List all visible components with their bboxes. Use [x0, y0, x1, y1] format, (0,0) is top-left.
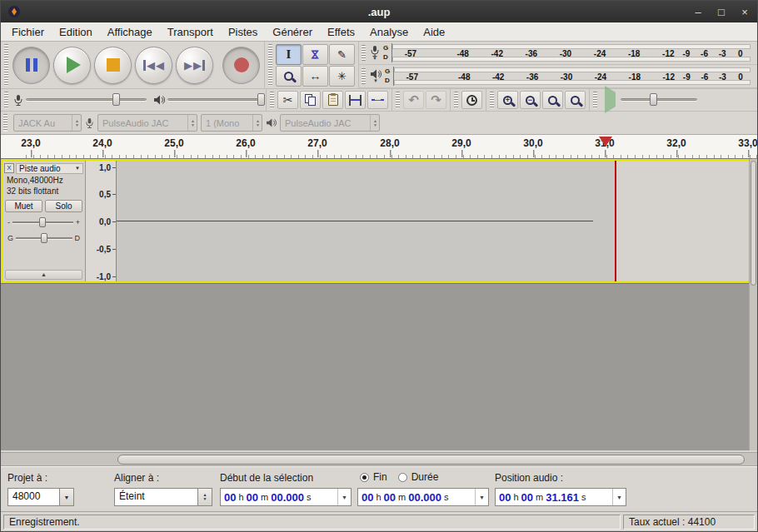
zoom-in-button[interactable]: +: [497, 91, 518, 109]
solo-button[interactable]: Solo: [45, 200, 82, 212]
audio-position-field[interactable]: 00h 00m 31.161s ▼: [495, 488, 626, 506]
spinner-icon[interactable]: ▲▼: [197, 488, 212, 506]
menu-item-analyse[interactable]: Analyse: [362, 23, 416, 41]
mute-button[interactable]: Muet: [5, 200, 42, 212]
track-name-menu[interactable]: Piste audio ▼: [16, 163, 83, 174]
menu-item-fichier[interactable]: Fichier: [4, 23, 52, 41]
end-seconds[interactable]: 00.000: [408, 491, 441, 504]
toolbar-grabber[interactable]: [362, 45, 366, 61]
audio-host-select[interactable]: JACK Au ▲▼: [13, 114, 82, 132]
skip-to-start-button[interactable]: ◀◀: [135, 47, 172, 84]
copy-button[interactable]: [300, 91, 321, 109]
envelope-tool-button[interactable]: ⋈: [302, 44, 328, 65]
toolbar-grabber[interactable]: [4, 92, 8, 108]
start-minutes[interactable]: 00: [247, 491, 258, 504]
maximize-button[interactable]: □: [716, 6, 727, 18]
menu-item-edition[interactable]: Edition: [52, 23, 100, 41]
length-radio[interactable]: [398, 473, 407, 482]
dropdown-icon[interactable]: ▼: [612, 489, 622, 505]
recording-meter[interactable]: ▼ GD -57 -48 -42 -36 -30 -24 -18 -12: [359, 42, 757, 65]
end-radio-label[interactable]: Fin: [373, 471, 387, 483]
slider-thumb[interactable]: [257, 93, 265, 106]
end-radio[interactable]: [360, 473, 369, 482]
end-hours[interactable]: 00: [362, 491, 373, 504]
spinner-down-icon[interactable]: ▼: [256, 123, 260, 127]
horizontal-scrollbar[interactable]: [1, 452, 757, 466]
toolbar-grabber[interactable]: [4, 44, 8, 86]
recording-channels-select[interactable]: 1 (Mono ▲▼: [201, 114, 262, 132]
menu-item-aide[interactable]: Aide: [416, 23, 452, 41]
play-at-speed-button[interactable]: [600, 92, 621, 107]
minimize-button[interactable]: –: [692, 6, 704, 18]
record-button[interactable]: [222, 47, 260, 84]
pause-button[interactable]: [12, 47, 50, 84]
zoom-out-button[interactable]: −: [520, 91, 541, 109]
toolbar-grabber[interactable]: [362, 68, 366, 84]
selection-end-field[interactable]: 00h 00m 00.000s ▼: [357, 488, 489, 506]
cut-button[interactable]: ✂: [277, 91, 298, 109]
toolbar-grabber[interactable]: [270, 92, 274, 108]
toolbar-grabber[interactable]: [396, 92, 400, 108]
meter-dropdown-icon[interactable]: ▼: [372, 57, 377, 61]
playhead-marker[interactable]: [599, 137, 612, 147]
slider-thumb[interactable]: [41, 233, 47, 243]
recording-device-select[interactable]: PulseAudio JAC ▲▼: [97, 114, 197, 132]
skip-to-end-button[interactable]: ▶▶: [176, 47, 213, 84]
dropdown-icon[interactable]: ▼: [59, 488, 74, 506]
position-hours[interactable]: 00: [499, 491, 511, 504]
timeline-ruler[interactable]: 23,0 24,0 25,0 26,0 27,0 28,0 29,0 30,0 …: [1, 135, 757, 159]
toolbar-grabber[interactable]: [454, 92, 458, 108]
start-hours[interactable]: 00: [224, 491, 236, 504]
selection-start-field[interactable]: 00h 00m 00.000s ▼: [220, 488, 352, 506]
vertical-ruler[interactable]: 1,0 0,5 0,0 -0,5 -1,0: [86, 161, 117, 281]
project-rate-select[interactable]: 48000 ▼: [7, 488, 74, 506]
redo-button[interactable]: ↷: [426, 91, 446, 109]
toolbar-grabber[interactable]: [3, 114, 7, 132]
input-volume-slider[interactable]: [26, 93, 147, 107]
fit-project-button[interactable]: [565, 91, 586, 109]
spinner-down-icon[interactable]: ▼: [373, 123, 377, 127]
vertical-scrollbar[interactable]: [749, 159, 757, 450]
menu-item-generer[interactable]: Générer: [265, 23, 320, 41]
playback-meter[interactable]: ▼ GD -57 -48 -42 -36 -30 -24 -18 -12: [359, 65, 757, 88]
spinner-down-icon[interactable]: ▼: [191, 123, 195, 127]
spinner-down-icon[interactable]: ▼: [75, 123, 79, 127]
slider-thumb[interactable]: [650, 93, 657, 106]
stop-button[interactable]: [94, 47, 132, 84]
menu-item-pistes[interactable]: Pistes: [221, 23, 265, 41]
gain-slider[interactable]: - +: [7, 216, 80, 228]
waveform-area[interactable]: [117, 161, 750, 281]
audio-track[interactable]: X Piste audio ▼ Mono,48000Hz 32 bits flo…: [1, 159, 751, 283]
snap-to-select[interactable]: Éteint ▲▼: [114, 488, 212, 506]
selection-tool-button[interactable]: I: [276, 44, 302, 65]
playback-speed-slider[interactable]: [621, 93, 697, 107]
pan-slider[interactable]: G D: [7, 231, 80, 244]
meter-dropdown-icon[interactable]: ▼: [373, 79, 378, 83]
slider-thumb[interactable]: [112, 93, 120, 106]
output-volume-slider[interactable]: [167, 93, 263, 107]
vertical-scrollbar-thumb[interactable]: [751, 161, 756, 286]
trim-audio-button[interactable]: [345, 91, 366, 109]
position-minutes[interactable]: 00: [521, 491, 533, 504]
play-button[interactable]: [53, 47, 91, 84]
toolbar-grabber[interactable]: [490, 92, 494, 108]
sync-lock-button[interactable]: [461, 91, 482, 109]
timeshift-tool-button[interactable]: ↔: [302, 66, 328, 87]
toolbar-grabber[interactable]: [593, 92, 597, 108]
silence-audio-button[interactable]: [367, 91, 388, 109]
fit-selection-button[interactable]: [542, 91, 563, 109]
start-seconds[interactable]: 00.000: [271, 491, 304, 504]
horizontal-scrollbar-thumb[interactable]: [117, 455, 745, 465]
toolbar-grabber[interactable]: [268, 44, 272, 86]
menu-item-effets[interactable]: Effets: [320, 23, 362, 41]
track-close-button[interactable]: X: [4, 163, 14, 173]
close-button[interactable]: ×: [739, 6, 751, 18]
track-collapse-button[interactable]: ▲: [5, 270, 82, 280]
draw-tool-button[interactable]: ✎: [329, 44, 355, 65]
titlebar[interactable]: .aup – □ ×: [1, 1, 757, 22]
menu-item-transport[interactable]: Transport: [160, 23, 221, 41]
end-minutes[interactable]: 00: [384, 491, 396, 504]
slider-thumb[interactable]: [39, 217, 46, 227]
dropdown-icon[interactable]: ▼: [475, 489, 485, 505]
position-seconds[interactable]: 31.161: [546, 491, 579, 504]
